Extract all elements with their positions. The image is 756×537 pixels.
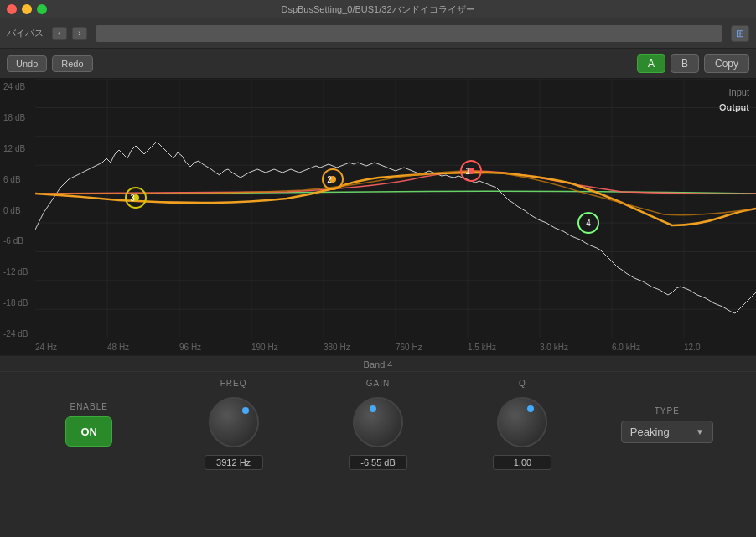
freq-label-48hz: 48 Hz <box>107 343 129 352</box>
q-group: Q 1.00 <box>450 379 594 470</box>
a-button[interactable]: A <box>637 54 665 73</box>
maximize-button[interactable] <box>37 4 47 14</box>
type-dropdown-arrow: ▼ <box>696 427 704 436</box>
q-knob-dot <box>527 405 534 412</box>
freq-label-190hz: 190 Hz <box>251 343 278 352</box>
gain-knob-dot <box>370 405 376 412</box>
svg-text:1: 1 <box>465 167 470 176</box>
type-value: Peaking <box>630 426 670 438</box>
eq-display[interactable]: Input Output 24 dB 18 dB 12 dB 6 dB 0 dB… <box>0 79 756 355</box>
grid-button[interactable]: ⊞ <box>731 25 749 42</box>
b-button[interactable]: B <box>671 54 699 73</box>
gain-label: GAIN <box>366 379 390 388</box>
freq-knob-dot <box>242 407 249 414</box>
freq-label: FREQ <box>220 379 247 388</box>
db-label-n24: -24 dB <box>3 329 32 338</box>
q-value: 1.00 <box>493 455 551 470</box>
enable-button[interactable]: ON <box>65 416 112 447</box>
q-label: Q <box>519 379 526 388</box>
db-label-24: 24 dB <box>3 82 32 91</box>
actionbar: Undo Redo A B Copy <box>0 49 756 79</box>
svg-text:4: 4 <box>586 219 591 228</box>
db-label-n18: -18 dB <box>3 298 32 307</box>
nav-next-button[interactable]: › <box>72 27 87 40</box>
toolbar: バイパス ‹ › ⊞ <box>0 18 756 49</box>
type-select[interactable]: Peaking ▼ <box>621 421 713 443</box>
freq-label-96hz: 96 Hz <box>179 343 201 352</box>
db-labels: 24 dB 18 dB 12 dB 6 dB 0 dB -6 dB -12 dB… <box>0 79 35 338</box>
minimize-button[interactable] <box>22 4 32 14</box>
freq-group: FREQ 3912 Hz <box>161 379 305 470</box>
traffic-lights <box>0 4 47 14</box>
gain-group: GAIN -6.55 dB <box>306 379 450 470</box>
freq-label-6000hz: 6.0 kHz <box>612 343 640 352</box>
svg-text:3: 3 <box>130 194 135 203</box>
type-group: TYPE Peaking ▼ <box>595 406 739 443</box>
bypass-label: バイパス <box>7 27 44 39</box>
freq-label-380hz: 380 Hz <box>324 343 350 352</box>
copy-button[interactable]: Copy <box>704 54 749 73</box>
band-controls: ENABLE ON FREQ 3912 Hz GAIN -6 <box>0 372 756 477</box>
freq-knob[interactable] <box>209 397 259 447</box>
freq-label-3000hz: 3.0 kHz <box>540 343 568 352</box>
gain-value: -6.55 dB <box>349 455 407 470</box>
eq-canvas[interactable]: 1 2 3 4 <box>35 79 756 338</box>
freq-labels: 24 Hz 48 Hz 96 Hz 190 Hz 380 Hz 760 Hz 1… <box>35 338 756 355</box>
svg-text:2: 2 <box>327 175 332 184</box>
db-label-18: 18 dB <box>3 113 32 122</box>
preset-bar[interactable] <box>96 25 722 42</box>
freq-knob-container[interactable] <box>205 393 263 452</box>
band-section: Band 4 ENABLE ON FREQ 3912 Hz GAIN <box>0 355 756 477</box>
gain-knob[interactable] <box>353 397 403 447</box>
type-label: TYPE <box>655 406 680 416</box>
close-button[interactable] <box>7 4 17 14</box>
db-label-6: 6 dB <box>3 175 32 184</box>
freq-value: 3912 Hz <box>205 455 263 470</box>
freq-label-24hz: 24 Hz <box>35 343 57 352</box>
db-label-n12: -12 dB <box>3 267 32 276</box>
freq-label-760hz: 760 Hz <box>396 343 422 352</box>
redo-button[interactable]: Redo <box>52 55 92 72</box>
nav-prev-button[interactable]: ‹ <box>52 27 67 40</box>
undo-button[interactable]: Undo <box>7 55 47 72</box>
q-knob[interactable] <box>497 397 547 447</box>
window-title: DspBusSetting_0/BUS1/32バンドイコライザー <box>281 3 474 16</box>
eq-svg: 1 2 3 4 <box>35 79 756 338</box>
band-title: Band 4 <box>0 356 756 372</box>
db-label-0: 0 dB <box>3 206 32 215</box>
enable-group: ENABLE ON <box>17 402 161 447</box>
freq-label-12000hz: 12.0 <box>684 343 700 352</box>
titlebar: DspBusSetting_0/BUS1/32バンドイコライザー <box>0 0 756 18</box>
q-knob-container[interactable] <box>493 393 551 452</box>
enable-label: ENABLE <box>70 402 107 411</box>
db-label-12: 12 dB <box>3 144 32 153</box>
gain-knob-container[interactable] <box>349 393 407 452</box>
grid-icon: ⊞ <box>736 28 744 39</box>
db-label-n6: -6 dB <box>3 236 32 245</box>
freq-label-1500hz: 1.5 kHz <box>468 343 496 352</box>
